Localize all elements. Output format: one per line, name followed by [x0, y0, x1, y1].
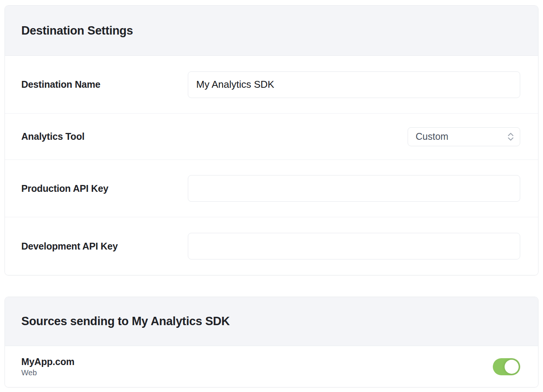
sources-title: Sources sending to My Analytics SDK	[21, 315, 230, 328]
chevron-up-down-icon	[507, 131, 514, 142]
development-api-key-input[interactable]	[188, 233, 520, 259]
analytics-tool-select[interactable]: Custom	[408, 127, 520, 146]
production-api-key-input[interactable]	[188, 175, 520, 202]
development-api-key-label: Development API Key	[21, 241, 118, 251]
source-row-myapp: MyApp.com Web	[5, 346, 538, 387]
destination-settings-title: Destination Settings	[21, 24, 133, 38]
destination-name-input[interactable]	[188, 71, 520, 98]
production-api-key-row: Production API Key	[5, 160, 538, 217]
source-name: MyApp.com	[21, 356, 75, 367]
destination-name-label: Destination Name	[21, 79, 100, 90]
analytics-tool-selected-value: Custom	[416, 131, 448, 142]
toggle-knob	[505, 360, 519, 374]
source-type: Web	[21, 368, 75, 377]
analytics-tool-row: Analytics Tool Custom	[5, 114, 538, 160]
source-enabled-toggle[interactable]	[493, 358, 520, 375]
destination-settings-card: Destination Settings Destination Name An…	[5, 5, 538, 275]
sources-header: Sources sending to My Analytics SDK	[5, 297, 538, 346]
sources-card: Sources sending to My Analytics SDK MyAp…	[5, 297, 538, 387]
analytics-tool-label: Analytics Tool	[21, 131, 84, 142]
production-api-key-label: Production API Key	[21, 183, 108, 194]
destination-name-row: Destination Name	[5, 56, 538, 114]
destination-settings-header: Destination Settings	[5, 6, 538, 56]
development-api-key-row: Development API Key	[5, 217, 538, 275]
